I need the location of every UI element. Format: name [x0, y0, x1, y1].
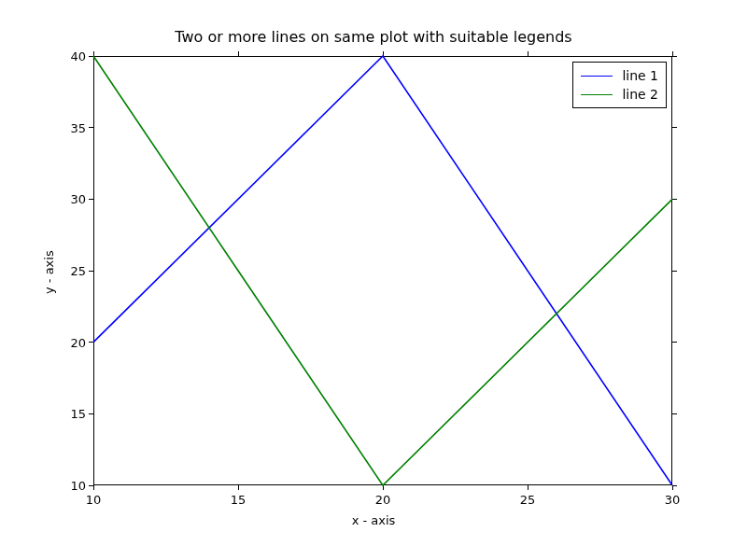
legend-row: line 2 — [577, 85, 658, 104]
legend-label: line 2 — [622, 87, 658, 102]
series-line-1 — [93, 56, 672, 485]
legend-row: line 1 — [577, 66, 658, 85]
legend-label: line 1 — [622, 68, 658, 83]
legend: line 1line 2 — [572, 62, 667, 108]
legend-swatch — [581, 94, 613, 95]
series-line-2 — [93, 56, 672, 485]
legend-swatch — [581, 76, 613, 77]
